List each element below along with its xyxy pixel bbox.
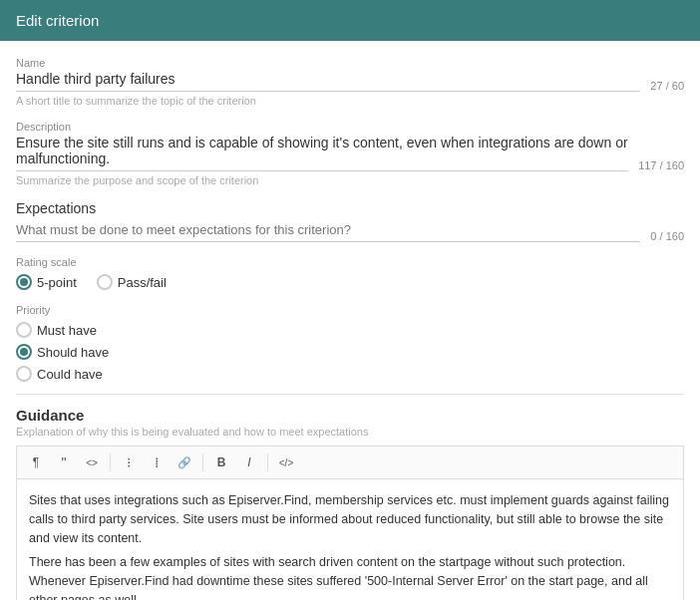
- rating-option-pass-fail[interactable]: Pass/fail: [97, 274, 167, 290]
- rating-scale-options: 5-point Pass/fail: [16, 274, 684, 290]
- toolbar-link-btn[interactable]: 🔗: [172, 450, 197, 474]
- toolbar-list-ul-btn[interactable]: ⁝: [116, 450, 142, 474]
- toolbar-quote-btn[interactable]: ": [51, 450, 77, 474]
- editor-para2: There has been a few examples of sites w…: [29, 553, 671, 600]
- radio-could-have[interactable]: [16, 366, 32, 382]
- expectations-label: Expectations: [16, 200, 684, 216]
- description-field-group: Description Ensure the site still runs a…: [16, 121, 684, 186]
- rating-option-five-point[interactable]: 5-point: [16, 274, 77, 290]
- toolbar-bold-btn[interactable]: B: [208, 450, 234, 474]
- toolbar-divider-2: [202, 453, 203, 471]
- expectations-field-group: Expectations 0 / 160: [16, 200, 684, 242]
- editor-para1: Sites that uses integrations such as Epi…: [29, 491, 671, 547]
- toolbar-italic-btn[interactable]: I: [236, 450, 262, 474]
- name-counter: 27 / 60: [650, 80, 684, 92]
- priority-label: Priority: [16, 304, 684, 316]
- toolbar-paragraph-btn[interactable]: ¶: [23, 450, 49, 474]
- toolbar-code-inline-btn[interactable]: <>: [79, 450, 105, 474]
- priority-section: Priority Must have Should have Could hav…: [16, 304, 684, 382]
- rating-scale-label: Rating scale: [16, 256, 684, 268]
- expectations-counter: 0 / 160: [650, 230, 684, 242]
- radio-five-point-label: 5-point: [37, 275, 77, 290]
- radio-should-have[interactable]: [16, 344, 32, 360]
- guidance-title: Guidance: [16, 407, 684, 424]
- section-divider: [16, 394, 684, 395]
- radio-pass-fail-label: Pass/fail: [118, 275, 167, 290]
- header-title: Edit criterion: [16, 12, 99, 29]
- priority-could-have[interactable]: Could have: [16, 366, 684, 382]
- description-value: Ensure the site still runs and is capabl…: [16, 135, 628, 171]
- priority-must-have-label: Must have: [37, 323, 97, 338]
- priority-should-have-label: Should have: [37, 345, 109, 360]
- rating-scale-group: Rating scale 5-point Pass/fail: [16, 256, 684, 290]
- guidance-hint: Explanation of why this is being evaluat…: [16, 426, 684, 438]
- radio-five-point[interactable]: [16, 274, 32, 290]
- priority-should-have[interactable]: Should have: [16, 344, 684, 360]
- name-value: Handle third party failures: [16, 71, 640, 92]
- editor-content-area[interactable]: Sites that uses integrations such as Epi…: [16, 478, 684, 600]
- editor-toolbar: ¶ " <> ⁝ ⁞ 🔗 B I </>: [16, 446, 684, 478]
- description-hint: Summarize the purpose and scope of the c…: [16, 174, 684, 186]
- expectations-input[interactable]: [16, 222, 640, 242]
- toolbar-divider-3: [267, 453, 268, 471]
- toolbar-code-block-btn[interactable]: </>: [273, 450, 299, 474]
- toolbar-divider-1: [110, 453, 111, 471]
- radio-must-have[interactable]: [16, 322, 32, 338]
- name-field-group: Name Handle third party failures 27 / 60…: [16, 57, 684, 107]
- description-counter: 117 / 160: [638, 159, 684, 171]
- radio-pass-fail[interactable]: [97, 274, 113, 290]
- toolbar-list-ol-btn[interactable]: ⁞: [144, 450, 170, 474]
- header: Edit criterion: [0, 0, 700, 41]
- description-label: Description: [16, 121, 684, 133]
- name-label: Name: [16, 57, 684, 69]
- priority-could-have-label: Could have: [37, 367, 103, 382]
- priority-must-have[interactable]: Must have: [16, 322, 684, 338]
- priority-options: Must have Should have Could have: [16, 322, 684, 382]
- guidance-section: Guidance Explanation of why this is bein…: [16, 407, 684, 600]
- name-hint: A short title to summarize the topic of …: [16, 95, 684, 107]
